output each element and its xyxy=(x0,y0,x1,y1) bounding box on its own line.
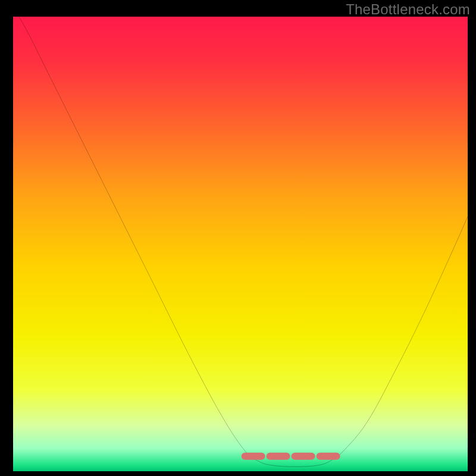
chart-frame: TheBottleneck.com xyxy=(0,0,476,476)
series-curve xyxy=(13,17,468,466)
curve-layer xyxy=(13,17,468,471)
watermark-text: TheBottleneck.com xyxy=(346,1,470,18)
plot-area xyxy=(13,17,468,472)
